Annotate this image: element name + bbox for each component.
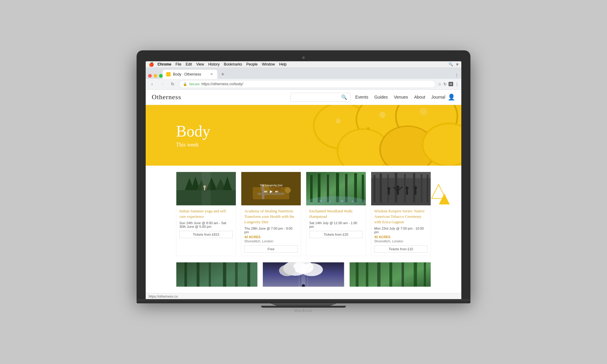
bookmark-icon[interactable]: ☆ [438,82,442,86]
svg-point-60 [387,187,390,190]
event-card-6[interactable] [263,262,344,287]
event-card-3[interactable]: Enchanted Woodland Walk: Hampstead Sat 1… [306,172,366,256]
video-controls[interactable]: ⏮▶⏭ [264,189,279,194]
svg-rect-71 [176,262,257,287]
back-button[interactable]: ‹ [148,80,156,88]
search-icon[interactable]: 🔍 [341,94,347,100]
tab-close-button[interactable]: ✕ [209,72,214,76]
tab-title: Body · Otherness [173,72,201,76]
svg-rect-73 [197,262,199,287]
svg-rect-97 [424,262,426,287]
active-tab[interactable]: ○ Body · Otherness ✕ [163,70,217,79]
svg-rect-38 [310,175,313,202]
svg-rect-63 [397,189,399,195]
event-card-7[interactable] [349,262,431,287]
card-date-2: Thu 28th June @ 7:00 pm - 9:00 pm [244,227,298,234]
svg-rect-86 [307,274,308,287]
search-menu-icon[interactable]: 🔍 [449,62,453,66]
svg-point-47 [329,201,331,203]
menu-chrome[interactable]: Chrome [158,62,171,66]
chrome-menu-icon[interactable]: ⋮ [455,73,459,78]
hero-lemons-decoration [240,105,461,166]
menu-window[interactable]: Window [262,62,275,66]
nav-events[interactable]: Events [355,95,368,99]
address-bar[interactable]: 🔒 Secure https://otherness.co/body/ [179,80,436,88]
forward-button[interactable]: › [158,80,166,88]
card-date-1: Sun 24th June @ 8:00 am - Sat 30th June … [179,221,233,228]
card-ticket-btn-1[interactable]: Tickets from £815 [179,231,233,238]
content-area: Italian Summer yoga and self care experi… [146,166,461,293]
menu-view[interactable]: View [196,62,204,66]
video-overlay-2: The Longevity Diet ⏮▶⏭ [241,172,301,205]
menu-edit[interactable]: Edit [186,62,192,66]
event-card-5[interactable] [176,262,258,287]
card-title-1: Italian Summer yoga and self care experi… [179,208,233,219]
laptop-container: 🍎 Chrome File Edit View History Bookmark… [137,50,470,314]
card-location-2: Shoreditch, London [244,239,298,243]
menu-help[interactable]: Help [279,62,287,66]
macos-right-icons: 🔍 ≡ [449,62,458,66]
svg-rect-28 [202,172,211,205]
card-venue-2: 42 ACRES [244,235,298,239]
new-tab-button[interactable]: + [219,70,227,79]
address-right-actions: ☆ ↻ M ⋮ [438,82,459,86]
menu-bookmarks[interactable]: Bookmarks [224,62,242,66]
svg-point-62 [396,186,399,189]
svg-rect-58 [421,174,422,202]
svg-rect-74 [209,262,211,287]
hero-title: Body [176,123,210,140]
svg-rect-94 [389,262,392,287]
extensions-icon[interactable]: M [449,82,453,86]
menu-people[interactable]: People [246,62,258,66]
fullscreen-button[interactable] [159,74,163,78]
chrome-settings-icon[interactable]: ⋮ [455,82,459,86]
site-search[interactable]: 🔍 [290,93,351,102]
laptop-screen: 🍎 Chrome File Edit View History Bookmark… [146,61,461,299]
user-account-icon[interactable]: 👤 [448,93,455,101]
event-card-2[interactable]: The Longevity Diet ⏮▶⏭ Academy of Healin… [241,172,301,256]
svg-rect-96 [414,262,417,287]
event-card-1[interactable]: Italian Summer yoga and self care experi… [176,172,236,256]
nav-about[interactable]: About [414,95,425,99]
lock-icon: 🔒 [183,82,187,86]
url-display: https://otherness.co/body/ [202,82,243,86]
nav-journal[interactable]: Journal [431,95,445,99]
card-ticket-btn-3[interactable]: Tickets from £20 [309,231,363,238]
status-bar: https://otherness.co [146,293,461,299]
card-location-4: Shoreditch, London [374,239,428,243]
svg-rect-67 [415,189,416,195]
svg-rect-53 [380,174,382,202]
svg-point-48 [341,200,343,202]
card-body-2: Academy of Healing Nutrition: Transform … [241,205,301,256]
hero-subtitle: This week [176,142,210,148]
search-input[interactable] [294,95,339,99]
nav-guides[interactable]: Guides [374,95,388,99]
svg-rect-52 [374,175,375,202]
menu-list-icon[interactable]: ≡ [456,62,458,66]
minimize-button[interactable] [154,74,157,78]
macos-menubar: 🍎 Chrome File Edit View History Bookmark… [146,61,461,68]
svg-rect-95 [402,262,404,287]
close-button[interactable] [148,74,152,78]
svg-point-66 [414,186,417,189]
refresh-icon[interactable]: ↻ [443,82,447,86]
site-logo[interactable]: Otherness [152,93,181,101]
svg-rect-92 [366,262,368,287]
laptop-camera [302,56,305,59]
card-body-4: Wisdom Keepers Series: Native American T… [371,205,431,256]
card-image-2: The Longevity Diet ⏮▶⏭ [241,172,301,205]
card-ticket-btn-2[interactable]: Free [244,245,298,253]
svg-rect-44 [362,175,364,202]
event-card-4[interactable]: Wisdom Keepers Series: Native American T… [371,172,431,256]
reload-button[interactable]: ↻ [169,80,177,88]
card-image-7 [350,262,431,287]
chrome-address-bar: ‹ › ↻ 🔒 Secure https://otherness.co/body… [146,79,461,90]
nav-venues[interactable]: Venues [394,95,408,99]
card-title-4: Wisdom Keepers Series: Native American T… [374,208,428,225]
svg-rect-93 [377,262,381,287]
menu-file[interactable]: File [175,62,181,66]
chrome-tabs-bar: ○ Body · Otherness ✕ + ⋮ [146,68,461,79]
video-label: The Longevity Diet [259,184,282,187]
card-ticket-btn-4[interactable]: Tickets from £15 [374,245,428,253]
menu-history[interactable]: History [208,62,219,66]
